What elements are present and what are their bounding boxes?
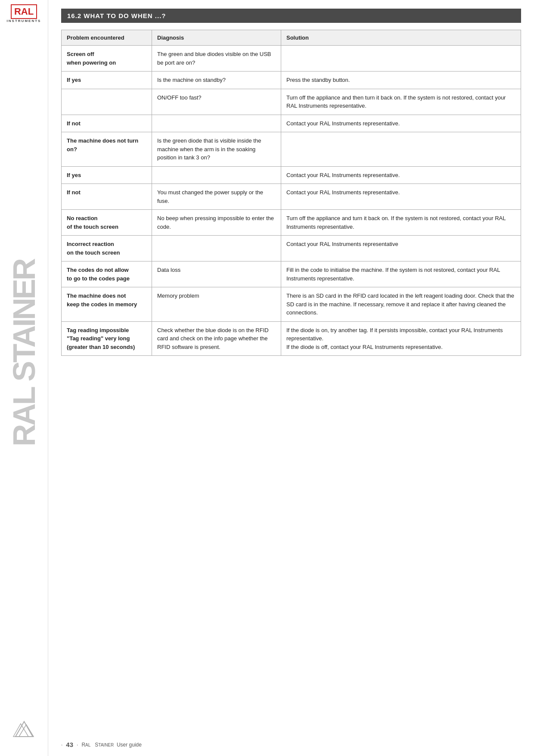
table-row: Screen off when powering onThe green and…: [62, 46, 521, 72]
solution-cell: Turn off the appliance and then turn it …: [281, 89, 521, 115]
footer-stainer: STAINER: [95, 742, 114, 748]
solution-cell: [281, 132, 521, 167]
section-title: 16.2 WHAT TO DO WHEN ...?: [67, 12, 166, 19]
problem-cell: [62, 89, 152, 115]
sidebar-brand: RAL STAINER: [0, 95, 48, 612]
page-number: 43: [66, 741, 73, 748]
logo-top: RAL INSTRUMENTS: [7, 4, 41, 23]
troubleshoot-table: Problem encountered Diagnosis Solution S…: [61, 30, 521, 356]
table-row: If notContact your RAL Instruments repre…: [62, 115, 521, 132]
problem-cell: If not: [62, 115, 152, 132]
diagnosis-cell: [152, 236, 281, 261]
solution-cell: If the diode is on, try another tag. If …: [281, 321, 521, 356]
table-row: Incorrect reaction on the touch screenCo…: [62, 236, 521, 261]
solution-cell: Contact your RAL Instruments representat…: [281, 166, 521, 184]
problem-cell: If yes: [62, 166, 152, 184]
sidebar-bottom: [0, 715, 48, 739]
problem-cell: The machine does not turn on?: [62, 132, 152, 167]
diagnosis-cell: No beep when pressing impossible to ente…: [152, 210, 281, 236]
problem-cell: Incorrect reaction on the touch screen: [62, 236, 152, 261]
problem-cell: Screen off when powering on: [62, 46, 152, 72]
instruments-label: INSTRUMENTS: [7, 19, 41, 23]
bottom-logo-icon: [11, 715, 37, 739]
ral-logo-letters: RAL: [14, 7, 34, 16]
problem-cell: The machine does not keep the codes in m…: [62, 287, 152, 322]
solution-cell: There is an SD card in the RFID card loc…: [281, 287, 521, 322]
table-row: The machine does not turn on?Is the gree…: [62, 132, 521, 167]
problem-cell: If not: [62, 184, 152, 210]
problem-cell: Tag reading impossible "Tag reading" ver…: [62, 321, 152, 356]
diagnosis-cell: You must changed the power supply or the…: [152, 184, 281, 210]
solution-cell: [281, 46, 521, 72]
footer-bullet: ·: [61, 742, 62, 748]
diagnosis-cell: ON/OFF too fast?: [152, 89, 281, 115]
solution-cell: Turn off the appliance and turn it back …: [281, 210, 521, 236]
brand-vertical-text: RAL STAINER: [9, 260, 40, 446]
table-row: The machine does not keep the codes in m…: [62, 287, 521, 322]
col-diagnosis: Diagnosis: [152, 30, 281, 46]
diagnosis-cell: Data loss: [152, 261, 281, 287]
table-row: If yesIs the machine on standby?Press th…: [62, 72, 521, 89]
table-row: If notYou must changed the power supply …: [62, 184, 521, 210]
solution-cell: Fill in the code to initialise the machi…: [281, 261, 521, 287]
sidebar: RAL INSTRUMENTS RAL STAINER: [0, 0, 48, 756]
solution-cell: Contact your RAL Instruments representat…: [281, 236, 521, 261]
diagnosis-cell: [152, 115, 281, 132]
diagnosis-cell: Memory problem: [152, 287, 281, 322]
footer: · 43 · RAL STAINER User guide: [48, 741, 534, 748]
table-row: Tag reading impossible "Tag reading" ver…: [62, 321, 521, 356]
table-row: If yesContact your RAL Instruments repre…: [62, 166, 521, 184]
main-content: 16.2 WHAT TO DO WHEN ...? Problem encoun…: [48, 0, 534, 382]
problem-cell: If yes: [62, 72, 152, 89]
footer-ral: RAL: [81, 742, 90, 748]
col-problem: Problem encountered: [62, 30, 152, 46]
table-row: No reaction of the touch screenNo beep w…: [62, 210, 521, 236]
col-solution: Solution: [281, 30, 521, 46]
table-row: The codes do not allow to go to the code…: [62, 261, 521, 287]
diagnosis-cell: [152, 166, 281, 184]
table-row: ON/OFF too fast?Turn off the appliance a…: [62, 89, 521, 115]
table-header-row: Problem encountered Diagnosis Solution: [62, 30, 521, 46]
diagnosis-cell: Is the machine on standby?: [152, 72, 281, 89]
solution-cell: Contact your RAL Instruments representat…: [281, 184, 521, 210]
solution-cell: Contact your RAL Instruments representat…: [281, 115, 521, 132]
problem-cell: No reaction of the touch screen: [62, 210, 152, 236]
diagnosis-cell: The green and blue diodes visible on the…: [152, 46, 281, 72]
solution-cell: Press the standby button.: [281, 72, 521, 89]
diagnosis-cell: Check whether the blue diode is on the R…: [152, 321, 281, 356]
problem-cell: The codes do not allow to go to the code…: [62, 261, 152, 287]
footer-brand-text: RAL STAINER User guide: [81, 742, 142, 748]
diagnosis-cell: Is the green diode that is visible insid…: [152, 132, 281, 167]
footer-bullet2: ·: [77, 742, 78, 748]
section-header: 16.2 WHAT TO DO WHEN ...?: [61, 9, 521, 23]
